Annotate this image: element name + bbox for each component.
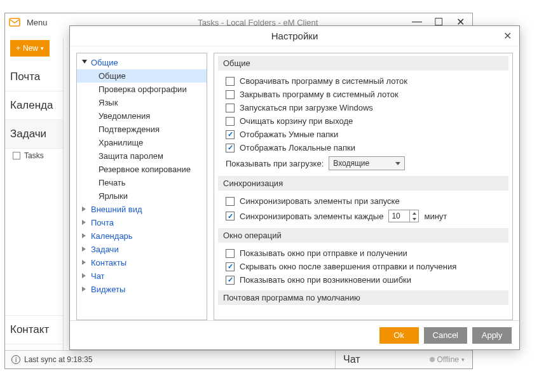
cancel-button[interactable]: Cancel bbox=[424, 327, 467, 344]
tree-general-storage[interactable]: Хранилище bbox=[77, 136, 207, 149]
nav-contacts[interactable]: Контакт bbox=[5, 315, 63, 344]
option-label: Отображать Локальные папки bbox=[240, 143, 355, 152]
startup-show-select[interactable]: Входящие bbox=[329, 156, 405, 170]
option-label: Отображать Умные папки bbox=[240, 130, 338, 139]
settings-tree: Общие Общие Проверка орфографии Язык Уве… bbox=[76, 53, 207, 320]
tree-general-backup[interactable]: Резервное копирование bbox=[77, 163, 207, 176]
option-label: Сворачивать программу в системный лоток bbox=[240, 76, 407, 86]
dialog-title: Настройки bbox=[271, 30, 318, 41]
option-label: Закрывать программу в системный лоток bbox=[240, 90, 399, 99]
checkbox-close-tray[interactable] bbox=[226, 90, 235, 99]
checkbox-show-sendrecv[interactable] bbox=[226, 249, 235, 258]
tree-calendar[interactable]: Календарь bbox=[77, 229, 207, 243]
checkbox-hide-after[interactable] bbox=[226, 262, 235, 271]
chevron-down-icon: ▾ bbox=[41, 45, 44, 51]
chat-panel[interactable]: Чат Offline ▾ bbox=[335, 350, 472, 368]
nav-tasks-sub[interactable]: Tasks bbox=[5, 149, 63, 165]
tree-general-confirm[interactable]: Подтверждения bbox=[77, 123, 207, 136]
tree-general-print[interactable]: Печать bbox=[77, 176, 207, 189]
option-label: Показывать окно при возникновении ошибки bbox=[240, 275, 411, 285]
option-label: Показывать окно при отправке и получении bbox=[240, 248, 407, 258]
tree-mail[interactable]: Почта bbox=[77, 216, 207, 229]
sync-interval-spinner[interactable] bbox=[410, 210, 419, 222]
tree-contacts[interactable]: Контакты bbox=[77, 256, 207, 269]
tree-appearance[interactable]: Внешний вид bbox=[77, 203, 207, 216]
sidebar: + New ▾ Почта Календа Задачи Tasks Конта… bbox=[5, 37, 64, 363]
tree-general-shortcuts[interactable]: Ярлыки bbox=[77, 189, 207, 203]
tree-general[interactable]: Общие bbox=[77, 56, 207, 69]
nav-mail[interactable]: Почта bbox=[5, 63, 63, 91]
dialog-close-button[interactable]: ✕ bbox=[500, 29, 514, 43]
dialog-footer: Ok Cancel Apply bbox=[70, 320, 519, 349]
startup-show-label: Показывать при загрузке: bbox=[226, 159, 324, 168]
tree-general-spell[interactable]: Проверка орфографии bbox=[77, 83, 207, 96]
settings-panel: Общие Сворачивать программу в системный … bbox=[214, 53, 513, 320]
sync-unit-label: минут bbox=[424, 212, 447, 221]
tree-chat[interactable]: Чат bbox=[77, 269, 207, 283]
chevron-down-icon: ▾ bbox=[461, 356, 465, 363]
ok-button[interactable]: Ok bbox=[379, 327, 419, 344]
apply-button[interactable]: Apply bbox=[472, 327, 512, 344]
status-dot-icon bbox=[430, 357, 435, 362]
option-label: Запускаться при загрузке Windows bbox=[240, 103, 373, 112]
checkbox-show-error[interactable] bbox=[226, 276, 235, 285]
tree-general-lang[interactable]: Язык bbox=[77, 96, 207, 109]
section-general-header: Общие bbox=[218, 56, 508, 71]
svg-rect-0 bbox=[10, 18, 20, 26]
option-label: Синхронизировать элементы при запуске bbox=[240, 196, 400, 206]
chat-status-label: Offline bbox=[437, 355, 459, 364]
option-label: Очищать корзину при выходе bbox=[240, 116, 353, 126]
settings-dialog: Настройки ✕ Общие Общие Проверка орфогра… bbox=[69, 25, 520, 350]
sync-interval-input[interactable]: 10 bbox=[388, 210, 410, 222]
info-icon: i bbox=[11, 355, 20, 364]
checkbox-sync-every[interactable] bbox=[226, 212, 235, 220]
tree-general-password[interactable]: Защита паролем bbox=[77, 149, 207, 163]
new-button-label: New bbox=[23, 44, 38, 53]
checkbox-icon bbox=[13, 152, 20, 159]
tree-tasks[interactable]: Задачи bbox=[77, 243, 207, 256]
nav-calendar[interactable]: Календа bbox=[5, 91, 63, 120]
section-default-mail-header: Почтовая программа по умолчанию bbox=[218, 290, 508, 305]
checkbox-sync-start[interactable] bbox=[226, 197, 235, 206]
checkbox-run-startup[interactable] bbox=[226, 104, 235, 112]
sync-status: Last sync at 9:18:35 bbox=[24, 355, 92, 364]
menu-button[interactable]: Menu bbox=[27, 18, 48, 27]
tree-widgets[interactable]: Виджеты bbox=[77, 283, 207, 296]
section-sync-header: Синхронизация bbox=[218, 176, 508, 191]
option-label: Скрывать окно после завершения отправки … bbox=[240, 262, 456, 271]
nav-tasks-sub-label: Tasks bbox=[24, 151, 44, 160]
new-button[interactable]: + New ▾ bbox=[10, 40, 50, 57]
chat-label: Чат bbox=[343, 354, 360, 365]
nav-tasks[interactable]: Задачи bbox=[5, 120, 63, 149]
checkbox-empty-trash[interactable] bbox=[226, 117, 235, 126]
tree-general-notif[interactable]: Уведомления bbox=[77, 109, 207, 123]
dialog-titlebar: Настройки ✕ bbox=[70, 26, 519, 46]
checkbox-minimize-tray[interactable] bbox=[226, 77, 235, 86]
plus-icon: + bbox=[16, 44, 20, 53]
checkbox-show-smart[interactable] bbox=[226, 130, 235, 139]
section-opwin-header: Окно операций bbox=[218, 228, 508, 243]
checkbox-show-local[interactable] bbox=[226, 144, 235, 152]
tree-general-general[interactable]: Общие bbox=[77, 69, 207, 83]
chat-status[interactable]: Offline ▾ bbox=[430, 355, 465, 364]
app-icon bbox=[9, 17, 20, 28]
option-label: Синхронизировать элементы каждые bbox=[240, 212, 383, 221]
